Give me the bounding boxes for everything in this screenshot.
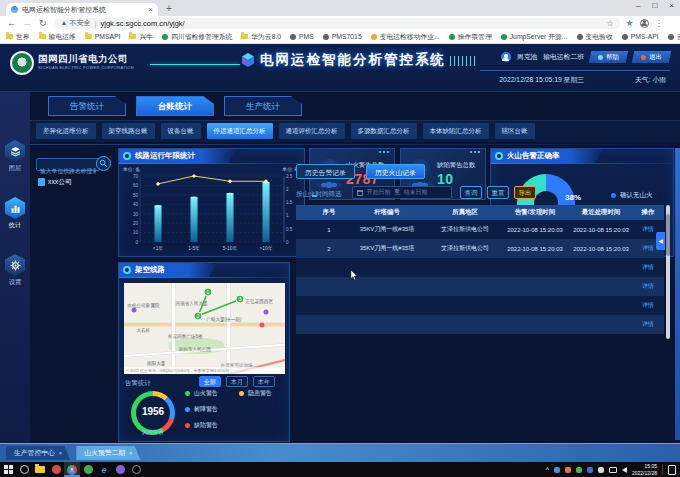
bookmark-item[interactable]: 云上PMS-API [668, 32, 680, 42]
search-input[interactable] [37, 166, 99, 177]
sidebar-item-统计[interactable]: 统计 [0, 197, 30, 230]
taskbar-clock[interactable]: 15:05 2022/12/28 [632, 463, 657, 476]
search-button[interactable] [96, 156, 111, 171]
page-scroll-strip[interactable] [675, 148, 680, 440]
user-avatar-icon [501, 52, 511, 62]
app-gray-button[interactable] [128, 462, 144, 477]
unit-line-search[interactable] [36, 158, 100, 171]
export-button[interactable]: 导出 [514, 186, 536, 199]
back-icon[interactable]: ← [7, 18, 16, 28]
tray-icon[interactable] [554, 467, 560, 473]
chrome-button[interactable] [64, 462, 80, 477]
history-alarm-records-button[interactable]: 历史告警记录 [296, 164, 355, 179]
bookmark-item[interactable]: 四川省检修管理系统 [162, 32, 232, 42]
address-bar[interactable]: ▲ 不安全 | yjgk.sc.sgcc.com.cn/yjgk/ ☆ [55, 18, 620, 29]
subnav-差异化运维分析[interactable]: 差异化运维分析 [36, 123, 96, 139]
map-marker-1[interactable]: 1 [203, 288, 212, 297]
table-scrollbar-thumb[interactable] [666, 214, 670, 256]
bookmark-item[interactable]: 华为云8.0 [241, 32, 281, 42]
collapse-handle[interactable]: ◀ [656, 232, 665, 250]
tray-icon[interactable] [587, 467, 593, 473]
window-minimize-button[interactable]: – [636, 1, 640, 10]
new-tab-button[interactable]: + [166, 3, 172, 14]
start-date-placeholder[interactable]: 开始日期 [367, 188, 390, 197]
map[interactable]: 农机公司家属院河南省人民大厦正弘花园西区广银大厦(待一期)大石桥友谊四季广场6楼… [124, 283, 285, 374]
query-button[interactable]: 查询 [460, 186, 482, 199]
volume-icon[interactable] [622, 467, 627, 473]
bookmark-item[interactable]: 操作票管理 [449, 32, 492, 42]
help-button[interactable]: 帮助 [589, 51, 629, 63]
tab-生产统计[interactable]: 生产统计 [224, 96, 302, 116]
file-explorer-button[interactable] [32, 462, 48, 477]
subnav-设备台账[interactable]: 设备台账 [161, 123, 201, 139]
bookmark-item[interactable]: PMS7015 [323, 33, 362, 40]
app-tab-山火预警二期[interactable]: 山火预警二期× [76, 446, 140, 460]
alarm-filter-全部[interactable]: 全部 [199, 376, 221, 387]
forward-icon[interactable]: → [23, 18, 32, 28]
profile-avatar[interactable] [640, 19, 649, 28]
app-tab-close-icon[interactable]: × [59, 446, 63, 460]
browser-menu-icon[interactable]: ⋮ [655, 19, 663, 28]
bookmark-star-icon[interactable]: ☆ [606, 19, 613, 28]
bookmark-item[interactable]: PMS [290, 33, 314, 40]
overhead-line-panel: 架空线路 农机公司家属院河南省人民大厦正弘花园西区广银大厦(待一期)大石桥友谊四… [118, 262, 290, 442]
tab-台账统计[interactable]: 台账统计 [136, 96, 214, 116]
tray-icon[interactable] [576, 467, 582, 473]
sidebar-item-图层[interactable]: 图层 [0, 140, 30, 173]
app-tab-生产管控中心[interactable]: 生产管控中心× [6, 446, 70, 460]
app-red-button[interactable] [48, 462, 64, 477]
subnav-多源数据汇总分析[interactable]: 多源数据汇总分析 [351, 123, 417, 139]
legend-dot [185, 423, 190, 428]
date-range-picker[interactable]: 开始日期 至 结束日期 [352, 186, 452, 199]
bookmark-item[interactable]: 输电运维 [39, 32, 76, 42]
tray-expand-icon[interactable]: ^ [546, 466, 549, 473]
sidebar-item-设置[interactable]: 设置 [0, 254, 30, 287]
legend-item-隐患警告: 隐患警告 [239, 389, 287, 398]
app-tab-close-icon[interactable]: × [129, 446, 133, 460]
reload-icon[interactable]: ↻ [39, 18, 47, 28]
subnav-通道评价汇总分析[interactable]: 通道评价汇总分析 [279, 123, 345, 139]
tray-icon[interactable] [565, 467, 571, 473]
ie-button[interactable]: e [96, 462, 112, 477]
subnav-架空线路台账[interactable]: 架空线路台账 [102, 123, 155, 139]
bookmark-item[interactable]: 世界 [6, 32, 30, 42]
subnav-停运通道汇总分析[interactable]: 停运通道汇总分析 [207, 123, 273, 139]
subnav-本体缺陷汇总分析[interactable]: 本体缺陷汇总分析 [423, 123, 489, 139]
globe-icon [371, 34, 377, 40]
window-maximize-button[interactable]: □ [652, 1, 657, 10]
detail-link[interactable]: 详情 [632, 301, 664, 310]
bookmark-item[interactable]: PMS-API [622, 33, 659, 40]
cortana-search-button[interactable] [16, 462, 32, 477]
detail-link[interactable]: 详情 [632, 282, 664, 291]
app-purple-button[interactable] [112, 462, 128, 477]
map-marker-3[interactable]: 3 [235, 295, 244, 304]
window-close-button[interactable]: × [669, 1, 674, 10]
start-button[interactable] [0, 462, 16, 477]
logout-button[interactable]: 退出 [632, 51, 672, 63]
browser-tab[interactable]: 电网运检智能分析管控系统 × [6, 3, 158, 16]
bookmark-label: 四川省检修管理系统 [171, 32, 232, 42]
alarm-filter-本年[interactable]: 本年 [253, 376, 275, 387]
map-marker-2[interactable]: 2 [194, 311, 203, 320]
org-tree-item[interactable]: xxx公司 [38, 177, 72, 187]
bookmark-item[interactable]: 变电运检移动作业... [371, 32, 440, 42]
bookmark-item[interactable]: 兴牛 [129, 32, 153, 42]
history-fire-records-button[interactable]: 历史火山记录 [366, 164, 425, 179]
extension-star-icon[interactable]: ★ [626, 18, 634, 28]
subnav-辖区台账[interactable]: 辖区台账 [495, 123, 535, 139]
tab-告警统计[interactable]: 告警统计 [48, 96, 126, 116]
notification-center-icon[interactable] [668, 465, 676, 475]
alarm-filter-本月[interactable]: 本月 [226, 376, 248, 387]
detail-link[interactable]: 详情 [632, 320, 664, 329]
bookmark-item[interactable]: JumpServer 开源... [501, 32, 568, 42]
tray-icon[interactable] [598, 467, 604, 473]
detail-link[interactable]: 详情 [632, 263, 664, 272]
bookmark-item[interactable]: PMSAPI [85, 33, 121, 40]
network-icon[interactable] [609, 467, 617, 473]
reset-button[interactable]: 重置 [487, 186, 509, 199]
tab-close-icon[interactable]: × [148, 5, 153, 14]
end-date-placeholder[interactable]: 结束日期 [404, 188, 427, 197]
not-secure-badge[interactable]: ▲ 不安全 [61, 18, 91, 28]
bookmark-item[interactable]: 变电验收 [577, 32, 613, 42]
app-green-button[interactable] [80, 462, 96, 477]
